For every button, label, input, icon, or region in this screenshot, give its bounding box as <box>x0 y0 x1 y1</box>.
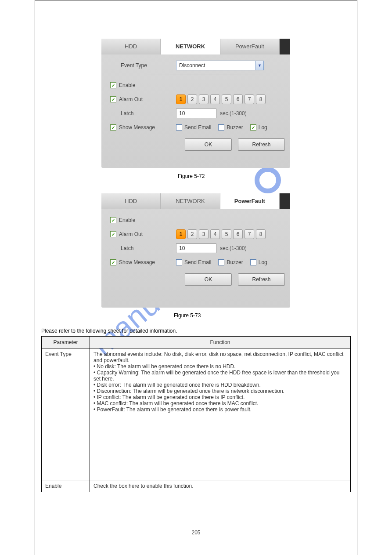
enable-label: Enable <box>119 217 135 223</box>
tab-network[interactable]: NETWORK <box>161 193 220 209</box>
alarm-out-5[interactable]: 5 <box>222 229 231 239</box>
figure-caption-2: Figure 5-73 <box>174 312 201 319</box>
alarm-out-4[interactable]: 4 <box>210 94 220 104</box>
tab-powerfault[interactable]: PowerFault <box>220 39 280 54</box>
see-caption: Please refer to the following sheet for … <box>41 328 177 334</box>
alarm-out-2[interactable]: 2 <box>187 94 197 104</box>
buzzer-label: Buzzer <box>227 124 243 131</box>
tab-hdd[interactable]: HDD <box>101 39 161 54</box>
alarm-out-1[interactable]: 1 <box>176 229 186 239</box>
enable-checkbox[interactable]: ✓ <box>110 82 116 88</box>
alarm-out-7[interactable]: 7 <box>245 94 254 104</box>
tab-powerfault[interactable]: PowerFault <box>220 193 280 209</box>
latch-label: Latch <box>110 110 176 116</box>
enable-checkbox[interactable]: ✓ <box>110 217 116 223</box>
send-email-checkbox[interactable]: ✓ <box>176 259 182 265</box>
latch-hint: sec.(1-300) <box>220 245 247 251</box>
alarm-out-3[interactable]: 3 <box>199 229 209 239</box>
tab-end-strip <box>280 193 290 209</box>
latch-input[interactable]: 10 <box>176 243 216 253</box>
buzzer-checkbox[interactable]: ✓ <box>218 124 224 131</box>
ok-button[interactable]: OK <box>185 273 232 286</box>
chevron-down-icon: ▼ <box>255 61 263 70</box>
refresh-button[interactable]: Refresh <box>238 138 285 151</box>
alarm-out-8[interactable]: 8 <box>256 229 266 239</box>
network-settings-panel: HDD NETWORK PowerFault Event Type Discon… <box>101 39 290 168</box>
event-type-label: Event Type <box>110 62 176 69</box>
td-event-type-desc: The abnormal events include: No disk, di… <box>90 348 351 480</box>
alarm-out-label: Alarm Out <box>119 96 143 102</box>
buzzer-label: Buzzer <box>227 259 243 265</box>
alarm-out-6[interactable]: 6 <box>233 94 243 104</box>
page-number: 205 <box>191 530 200 536</box>
alarm-out-1[interactable]: 1 <box>176 94 186 104</box>
log-checkbox[interactable]: ✓ <box>250 124 256 131</box>
alarm-out-buttons: 1 2 3 4 5 6 7 8 <box>176 229 266 239</box>
alarm-out-4[interactable]: 4 <box>210 229 220 239</box>
tab-hdd[interactable]: HDD <box>101 193 161 209</box>
alarm-out-6[interactable]: 6 <box>233 229 243 239</box>
separator <box>132 75 274 75</box>
log-checkbox[interactable]: ✓ <box>250 259 256 265</box>
alarm-out-checkbox[interactable]: ✓ <box>110 231 116 237</box>
figure-caption-1: Figure 5-72 <box>178 173 205 179</box>
ok-button[interactable]: OK <box>185 138 232 151</box>
latch-input[interactable]: 10 <box>176 109 216 118</box>
send-email-label: Send Email <box>184 124 211 131</box>
tab-network[interactable]: NETWORK <box>161 39 220 54</box>
show-message-checkbox[interactable]: ✓ <box>110 259 116 265</box>
send-email-label: Send Email <box>184 259 211 265</box>
alarm-out-2[interactable]: 2 <box>187 229 197 239</box>
tab-bar: HDD NETWORK PowerFault <box>101 193 290 209</box>
tab-end-strip <box>280 39 290 54</box>
event-type-value: Disconnect <box>179 62 205 69</box>
th-parameter: Parameter <box>42 337 90 348</box>
alarm-out-5[interactable]: 5 <box>222 94 231 104</box>
th-function: Function <box>90 337 351 348</box>
send-email-checkbox[interactable]: ✓ <box>176 124 182 131</box>
log-label: Log <box>259 259 267 265</box>
powerfault-settings-panel: HDD NETWORK PowerFault ✓ Enable ✓ Alarm … <box>101 193 290 308</box>
tab-bar: HDD NETWORK PowerFault <box>101 39 290 54</box>
show-message-label: Show Message <box>119 124 155 131</box>
refresh-button[interactable]: Refresh <box>238 273 285 286</box>
td-enable-desc: Check the box here to enable this functi… <box>90 480 351 492</box>
td-event-type: Event Type <box>42 348 90 480</box>
buzzer-checkbox[interactable]: ✓ <box>218 259 224 265</box>
alarm-out-label: Alarm Out <box>119 231 143 237</box>
enable-label: Enable <box>119 82 135 88</box>
show-message-checkbox[interactable]: ✓ <box>110 124 116 131</box>
td-enable: Enable <box>42 480 90 492</box>
show-message-label: Show Message <box>119 259 155 265</box>
latch-label: Latch <box>110 245 176 251</box>
log-label: Log <box>259 124 267 131</box>
parameter-table: Parameter Function Event Type The abnorm… <box>41 336 351 492</box>
alarm-out-7[interactable]: 7 <box>245 229 254 239</box>
alarm-out-buttons: 1 2 3 4 5 6 7 8 <box>176 94 266 104</box>
latch-hint: sec.(1-300) <box>220 110 247 116</box>
event-type-select[interactable]: Disconnect ▼ <box>176 61 264 70</box>
alarm-out-3[interactable]: 3 <box>199 94 209 104</box>
alarm-out-checkbox[interactable]: ✓ <box>110 96 116 102</box>
alarm-out-8[interactable]: 8 <box>256 94 266 104</box>
